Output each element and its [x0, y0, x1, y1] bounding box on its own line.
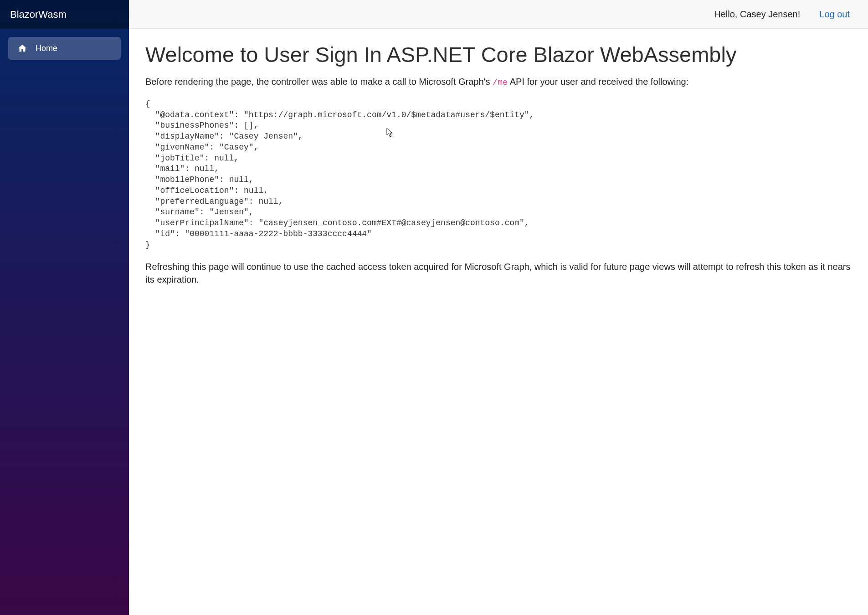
api-response-block: { "@odata.context": "https://graph.micro…	[145, 99, 852, 251]
sidebar-item-label: Home	[36, 44, 57, 53]
intro-text-after: API for your user and received the follo…	[508, 77, 688, 87]
intro-code-endpoint: /me	[493, 78, 508, 88]
sidebar-header: BlazorWasm	[0, 0, 129, 29]
sidebar-item-home[interactable]: Home	[8, 37, 121, 60]
logout-link[interactable]: Log out	[819, 9, 850, 20]
footer-paragraph: Refreshing this page will continue to us…	[145, 260, 852, 286]
topbar: Hello, Casey Jensen! Log out	[129, 0, 868, 29]
intro-paragraph: Before rendering the page, the controlle…	[145, 75, 852, 89]
brand-link[interactable]: BlazorWasm	[10, 9, 67, 21]
sidebar-nav: Home	[0, 29, 129, 68]
page-title: Welcome to User Sign In ASP.NET Core Bla…	[145, 42, 852, 67]
main-area: Hello, Casey Jensen! Log out Welcome to …	[129, 0, 868, 615]
home-icon	[17, 43, 27, 53]
user-greeting: Hello, Casey Jensen!	[714, 9, 800, 20]
sidebar: BlazorWasm Home	[0, 0, 129, 615]
intro-text-before: Before rendering the page, the controlle…	[145, 77, 493, 87]
page-content: Welcome to User Sign In ASP.NET Core Bla…	[129, 29, 868, 615]
